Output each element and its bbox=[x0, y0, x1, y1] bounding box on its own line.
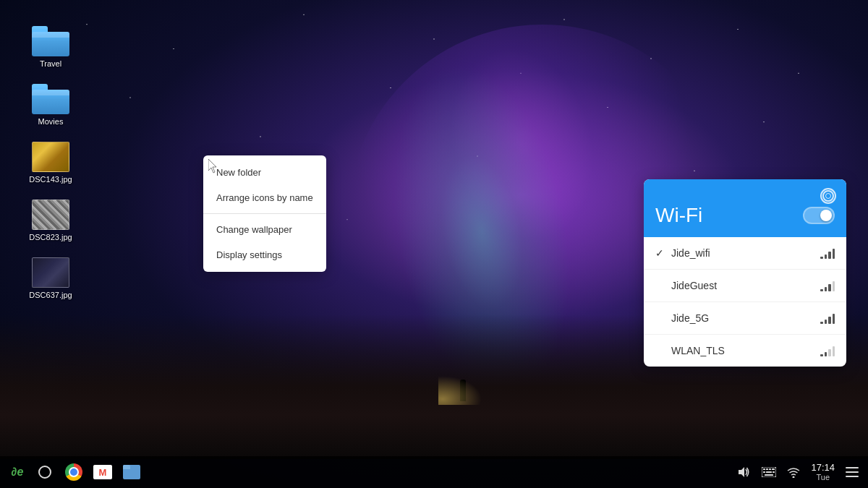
person-silhouette bbox=[460, 380, 466, 401]
keyboard-button[interactable] bbox=[759, 462, 779, 482]
signal-bar-2 bbox=[825, 352, 827, 356]
light-cone bbox=[438, 376, 482, 405]
desktop: Travel Movies DSC143.jpg DSC823.jpg DSC6… bbox=[0, 0, 868, 488]
gmail-button[interactable]: M bbox=[90, 459, 116, 485]
signal-bar-4 bbox=[833, 281, 835, 291]
wifi-header: Wi-Fi bbox=[644, 179, 846, 237]
svg-rect-8 bbox=[773, 471, 775, 473]
context-menu-change-wallpaper[interactable]: Change wallpaper bbox=[203, 217, 326, 242]
clock-time: 17:14 bbox=[811, 462, 835, 474]
taskbar-left: ∂e M bbox=[6, 459, 145, 485]
menu-line-1 bbox=[846, 467, 859, 468]
chrome-button[interactable] bbox=[61, 459, 87, 485]
svg-rect-6 bbox=[763, 471, 765, 473]
icon-label-travel: Travel bbox=[40, 59, 61, 68]
volume-button[interactable] bbox=[734, 462, 754, 482]
signal-bar-4 bbox=[833, 346, 835, 356]
desktop-icon-dsc637[interactable]: DSC637.jpg bbox=[22, 253, 80, 304]
svg-rect-3 bbox=[766, 468, 768, 470]
signal-bar-4 bbox=[833, 314, 835, 324]
icon-label-dsc823: DSC823.jpg bbox=[29, 233, 72, 241]
signal-bar-3 bbox=[828, 349, 831, 356]
desktop-icon-movies[interactable]: Movies bbox=[22, 80, 80, 130]
svg-rect-5 bbox=[772, 468, 775, 470]
signal-bar-1 bbox=[820, 289, 823, 291]
circle-icon bbox=[38, 465, 52, 479]
signal-icon-jide-wifi bbox=[820, 247, 835, 259]
network-name-jide-guest: JideGuest bbox=[671, 280, 820, 291]
signal-bar-3 bbox=[828, 317, 831, 324]
desktop-icon-travel[interactable]: Travel bbox=[22, 22, 80, 72]
icon-label-movies: Movies bbox=[38, 117, 64, 126]
signal-bar-1 bbox=[820, 257, 823, 259]
signal-bar-2 bbox=[825, 254, 827, 259]
taskbar-menu-button[interactable] bbox=[842, 462, 862, 482]
context-menu-new-folder[interactable]: New folder bbox=[203, 160, 326, 185]
menu-line-2 bbox=[846, 471, 859, 473]
taskbar-wifi-button[interactable] bbox=[783, 462, 804, 482]
context-menu-display-settings[interactable]: Display settings bbox=[203, 242, 326, 267]
desktop-icons-container: Travel Movies DSC143.jpg DSC823.jpg DSC6… bbox=[22, 22, 80, 304]
gmail-icon: M bbox=[99, 467, 107, 478]
connected-checkmark: ✓ bbox=[655, 247, 668, 259]
folder-icon-movies bbox=[32, 84, 69, 114]
gear-icon bbox=[822, 190, 834, 202]
jpg-thumbnail-dsc143 bbox=[32, 142, 69, 172]
toggle-knob bbox=[820, 210, 832, 221]
taskbar-right: 17:14 Tue bbox=[734, 462, 862, 483]
svg-point-10 bbox=[793, 476, 795, 479]
wifi-network-jide-guest[interactable]: ✓ JideGuest bbox=[644, 270, 846, 302]
network-name-jide-5g: Jide_5G bbox=[671, 312, 820, 324]
folder-icon-travel bbox=[32, 26, 69, 56]
jpg-thumbnail-dsc637 bbox=[32, 257, 69, 288]
context-menu-divider-1 bbox=[203, 213, 326, 214]
icon-label-dsc143: DSC143.jpg bbox=[29, 175, 72, 184]
svg-rect-2 bbox=[763, 468, 765, 470]
signal-icon-wlan-tls bbox=[820, 345, 835, 356]
wifi-icon bbox=[787, 466, 800, 478]
files-icon bbox=[123, 465, 140, 479]
signal-icon-jide-5g bbox=[820, 312, 835, 324]
signal-bar-2 bbox=[825, 320, 827, 324]
svg-rect-9 bbox=[765, 474, 773, 476]
desktop-icon-dsc143[interactable]: DSC143.jpg bbox=[22, 137, 80, 188]
wifi-settings-button[interactable] bbox=[820, 188, 836, 204]
chrome-icon bbox=[65, 463, 82, 481]
wifi-toggle[interactable] bbox=[803, 207, 835, 224]
signal-bar-1 bbox=[820, 354, 823, 356]
context-menu-arrange-icons[interactable]: Arrange icons by name bbox=[203, 185, 326, 210]
wifi-network-wlan-tls[interactable]: ✓ WLAN_TLS bbox=[644, 335, 846, 367]
svg-rect-7 bbox=[766, 471, 772, 473]
volume-icon bbox=[738, 466, 751, 478]
signal-bar-4 bbox=[833, 249, 835, 259]
wifi-networks-list: ✓ Jide_wifi ✓ JideGuest bbox=[644, 237, 846, 367]
svg-rect-4 bbox=[769, 468, 771, 470]
context-menu: New folder Arrange icons by name Change … bbox=[203, 155, 326, 272]
keyboard-icon bbox=[762, 467, 776, 477]
icon-label-dsc637: DSC637.jpg bbox=[29, 291, 72, 299]
jide-logo-button[interactable]: ∂e bbox=[6, 461, 29, 484]
home-button[interactable] bbox=[32, 459, 58, 485]
network-name-jide-wifi: Jide_wifi bbox=[671, 247, 820, 259]
wifi-network-jide-wifi[interactable]: ✓ Jide_wifi bbox=[644, 237, 846, 270]
signal-bar-3 bbox=[828, 284, 831, 291]
signal-icon-jide-guest bbox=[820, 280, 835, 291]
clock-widget[interactable]: 17:14 Tue bbox=[808, 462, 838, 483]
svg-point-0 bbox=[39, 466, 51, 478]
taskbar: ∂e M bbox=[0, 456, 868, 488]
files-button[interactable] bbox=[119, 459, 145, 485]
wifi-title: Wi-Fi bbox=[655, 204, 803, 227]
signal-bar-2 bbox=[825, 287, 827, 291]
jpg-thumbnail-dsc823 bbox=[32, 200, 69, 230]
wifi-network-jide-5g[interactable]: ✓ Jide_5G bbox=[644, 302, 846, 335]
network-name-wlan-tls: WLAN_TLS bbox=[671, 345, 820, 356]
desktop-icon-dsc823[interactable]: DSC823.jpg bbox=[22, 195, 80, 246]
wifi-panel: Wi-Fi ✓ Jide_wifi ✓ JideGuest bbox=[644, 179, 846, 367]
signal-bar-3 bbox=[828, 252, 831, 259]
menu-line-3 bbox=[846, 476, 859, 477]
signal-bar-1 bbox=[820, 322, 823, 324]
clock-day: Tue bbox=[816, 473, 830, 482]
